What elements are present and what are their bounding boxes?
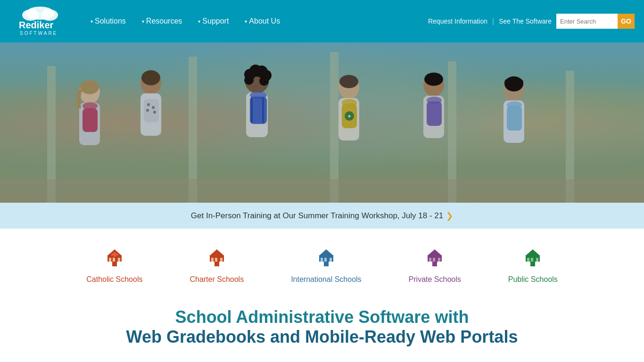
public-schools-item[interactable]: Public Schools: [508, 247, 558, 284]
headline-section: School Administrative Software with Web …: [0, 298, 644, 361]
svg-rect-85: [527, 258, 529, 262]
public-schools-icon: [523, 247, 542, 271]
private-schools-item[interactable]: Private Schools: [409, 247, 461, 284]
announcement-banner[interactable]: Get In-Person Training at Our Summer Tra…: [0, 203, 644, 229]
announcement-arrow-icon: ❯: [446, 211, 453, 221]
svg-rect-69: [220, 258, 223, 262]
header-right: Request Information | See The Software G…: [428, 14, 635, 29]
search-button[interactable]: GO: [618, 14, 635, 29]
svg-rect-79: [429, 258, 431, 262]
svg-rect-75: [330, 258, 332, 262]
svg-marker-66: [209, 249, 224, 256]
charter-schools-icon: [207, 247, 226, 271]
svg-text:SOFTWARE: SOFTWARE: [20, 31, 58, 36]
announcement-content: Get In-Person Training at Our Summer Tra…: [191, 211, 453, 221]
request-info-link[interactable]: Request Information: [428, 17, 487, 25]
svg-marker-72: [319, 249, 334, 256]
svg-rect-73: [321, 258, 323, 262]
hero-image: ✦: [0, 42, 644, 203]
public-schools-label: Public Schools: [508, 275, 558, 284]
catholic-schools-icon: [105, 247, 124, 271]
logo[interactable]: Rediker SOFTWARE: [9, 5, 71, 38]
nav-about[interactable]: ▾ About Us: [239, 13, 286, 29]
international-schools-item[interactable]: International Schools: [291, 247, 361, 284]
svg-marker-84: [525, 249, 540, 256]
svg-marker-78: [427, 249, 442, 256]
charter-schools-item[interactable]: Charter Schools: [190, 247, 244, 284]
svg-rect-87: [536, 258, 538, 262]
announcement-text: Get In-Person Training at Our Summer Tra…: [191, 211, 443, 221]
svg-point-2: [41, 9, 58, 21]
nav-support-label: Support: [202, 17, 229, 25]
nav-resources[interactable]: ▾ Resources: [136, 13, 188, 29]
solutions-arrow: ▾: [91, 19, 93, 24]
search-bar: GO: [556, 14, 635, 29]
search-input[interactable]: [556, 14, 618, 29]
resources-arrow: ▾: [142, 19, 144, 24]
nav-solutions[interactable]: ▾ Solutions: [85, 13, 132, 29]
catholic-schools-item[interactable]: Catholic Schools: [86, 247, 142, 284]
catholic-schools-label: Catholic Schools: [86, 275, 142, 284]
international-schools-label: International Schools: [291, 275, 361, 284]
support-arrow: ▾: [198, 19, 200, 24]
svg-rect-60: [111, 254, 118, 255]
svg-point-1: [22, 9, 39, 21]
svg-rect-74: [324, 258, 327, 262]
private-schools-icon: [425, 247, 444, 271]
svg-text:Rediker: Rediker: [19, 20, 54, 30]
svg-rect-61: [109, 258, 111, 262]
svg-rect-67: [211, 258, 214, 262]
about-arrow: ▾: [245, 19, 247, 24]
svg-rect-80: [433, 258, 435, 262]
charter-schools-label: Charter Schools: [190, 275, 244, 284]
headline-line1: School Administrative Software with: [9, 307, 635, 327]
nav-solutions-label: Solutions: [95, 17, 126, 25]
main-nav: ▾ Solutions ▾ Resources ▾ Support ▾ Abou…: [85, 13, 428, 29]
school-types-section: Catholic Schools Charter Schools: [0, 229, 644, 298]
svg-rect-68: [215, 258, 217, 262]
private-schools-label: Private Schools: [409, 275, 461, 284]
nav-resources-label: Resources: [146, 17, 182, 25]
svg-rect-62: [113, 258, 115, 262]
svg-rect-55: [0, 42, 644, 203]
nav-about-label: About Us: [249, 17, 280, 25]
international-schools-icon: [317, 247, 336, 271]
svg-rect-86: [531, 258, 533, 262]
header-divider: |: [492, 17, 494, 25]
nav-support[interactable]: ▾ Support: [192, 13, 234, 29]
site-header: Rediker SOFTWARE ▾ Solutions ▾ Resources…: [0, 0, 644, 42]
svg-rect-81: [438, 258, 440, 262]
svg-rect-63: [118, 258, 120, 262]
see-software-link[interactable]: See The Software: [499, 17, 552, 25]
headline-line2: Web Gradebooks and Mobile-Ready Web Port…: [9, 327, 635, 347]
